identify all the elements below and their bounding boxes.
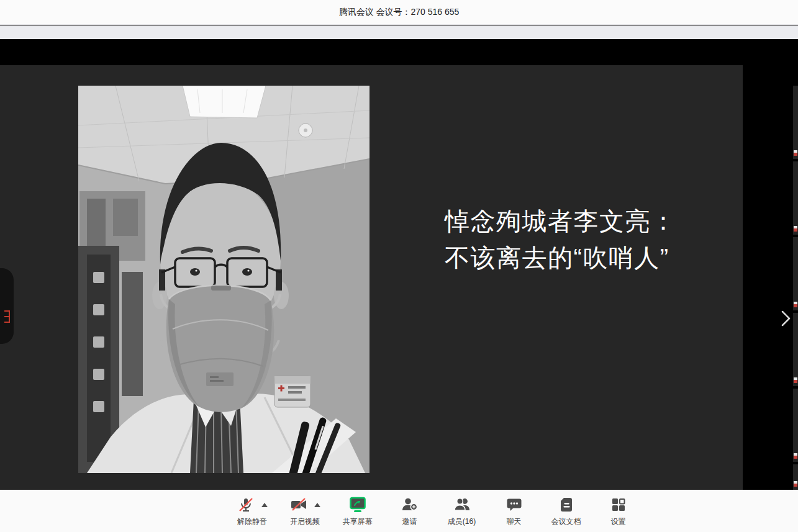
toolbar-button-label: 聊天 <box>507 516 522 527</box>
toolbar-button-label: 邀请 <box>402 516 417 527</box>
window-titlebar: 腾讯会议 会议号：270 516 655 <box>0 0 798 25</box>
red-indicator-icon <box>4 310 10 323</box>
toolbar-button-label: 会议文档 <box>551 516 581 527</box>
video-thumbnail-sliver[interactable] <box>793 313 798 386</box>
toolbar-button-invite[interactable]: 邀请 <box>395 495 425 527</box>
share-screen-icon <box>349 496 366 513</box>
toolbar-button-label: 共享屏幕 <box>343 516 373 527</box>
slide-title-line2: 不该离去的“吹哨人” <box>445 240 677 276</box>
meeting-id-title: 腾讯会议 会议号：270 516 655 <box>339 7 460 18</box>
video-thumbnail-sliver[interactable] <box>793 389 798 462</box>
toolbar-button-unmute[interactable]: 解除静音 <box>237 495 268 527</box>
video-thumbnail-sliver[interactable] <box>793 237 798 310</box>
mic-muted-indicator-icon <box>794 302 797 307</box>
toolbar-button-label: 解除静音 <box>237 516 267 527</box>
slide-title-line1: 悼念殉城者李文亮： <box>445 203 677 240</box>
caret-up-icon[interactable] <box>261 503 268 507</box>
slide-title: 悼念殉城者李文亮： 不该离去的“吹哨人” <box>445 203 677 276</box>
toolbar-button-members[interactable]: 成员(16) <box>447 495 477 527</box>
tencent-meeting-window: 腾讯会议 会议号：270 516 655 <box>0 0 798 532</box>
toolbar-button-label: 开启视频 <box>290 516 320 527</box>
mic-muted-indicator-icon <box>794 226 797 232</box>
microphone-muted-icon <box>237 496 255 513</box>
toolbar-button-label: 成员(16) <box>448 516 476 527</box>
settings-grid-icon <box>610 496 627 513</box>
document-icon <box>558 496 575 513</box>
video-thumbnail-sliver[interactable] <box>793 86 798 159</box>
mic-muted-indicator-icon <box>794 377 797 383</box>
toolbar-button-meeting-docs[interactable]: 会议文档 <box>551 495 581 527</box>
mic-muted-indicator-icon <box>794 453 797 459</box>
toolbar-button-share-screen[interactable]: 共享屏幕 <box>343 495 373 527</box>
toolbar-button-label: 设置 <box>611 516 626 527</box>
chat-bubble-icon <box>506 496 523 513</box>
toolbar-button-settings[interactable]: 设置 <box>604 495 633 527</box>
video-thumbnail-sliver[interactable] <box>793 161 798 235</box>
video-thumbnail-sliver[interactable] <box>793 464 798 490</box>
toolbar-button-chat[interactable]: 聊天 <box>499 495 529 527</box>
secondary-strip <box>0 25 798 39</box>
members-icon <box>453 496 471 513</box>
mic-muted-indicator-icon <box>794 481 797 487</box>
badge <box>274 376 311 407</box>
camera-off-icon <box>290 496 307 513</box>
shared-screen-content: 悼念殉城者李文亮： 不该离去的“吹哨人” <box>0 65 743 490</box>
toolbar-button-start-video[interactable]: 开启视频 <box>290 495 320 527</box>
portrait-photo <box>78 86 370 473</box>
left-edge-panel-handle[interactable] <box>0 268 14 344</box>
mic-muted-indicator-icon <box>794 150 797 156</box>
meeting-toolbar: 解除静音 开启视频 <box>0 490 798 532</box>
invite-person-icon <box>401 496 419 513</box>
chevron-right-icon[interactable] <box>778 309 794 328</box>
shared-screen-stage: 悼念殉城者李文亮： 不该离去的“吹哨人” <box>0 39 798 490</box>
caret-up-icon[interactable] <box>314 503 320 507</box>
